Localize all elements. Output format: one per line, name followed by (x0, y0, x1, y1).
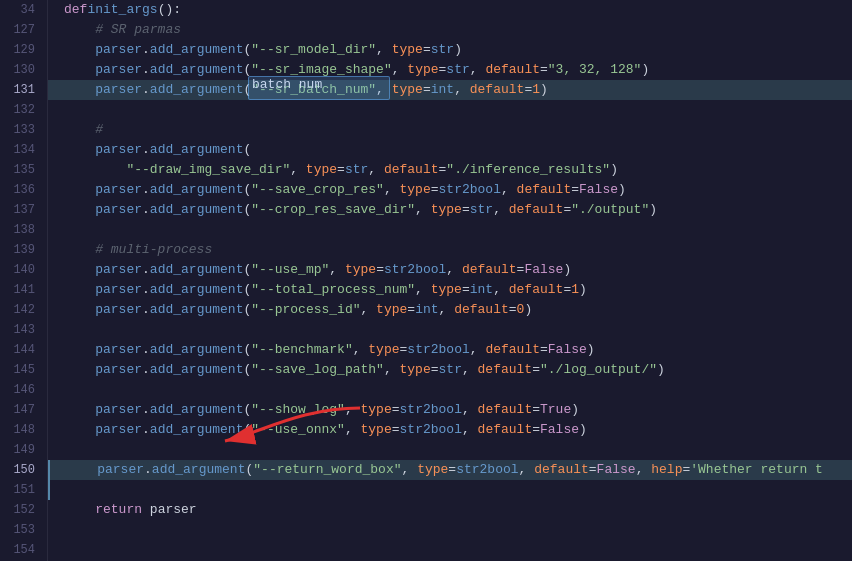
line-num-139: 139 (8, 240, 35, 260)
line-num-129: 129 (8, 40, 35, 60)
comment-mp: # multi-process (64, 240, 212, 260)
code-line-129: parser.add_argument("--sr_model_dir", ty… (48, 40, 852, 60)
code-129: parser.add_argument("--sr_model_dir", ty… (64, 40, 462, 60)
comment-133: # (64, 120, 103, 140)
code-line-153 (48, 520, 852, 540)
code-line-140: parser.add_argument("--use_mp", type=str… (48, 260, 852, 280)
line-numbers: 34 127 129 130 131 132 133 134 135 136 1… (0, 0, 48, 561)
code-150: parser.add_argument("--return_word_box",… (66, 460, 823, 480)
code-line-152: return parser (48, 500, 852, 520)
line-num-141: 141 (8, 280, 35, 300)
code-144: parser.add_argument("--benchmark", type=… (64, 340, 595, 360)
line-num-132: 132 (8, 100, 35, 120)
line-num-138: 138 (8, 220, 35, 240)
line-num-131: 131 (8, 80, 35, 100)
line-num-137: 137 (8, 200, 35, 220)
code-140: parser.add_argument("--use_mp", type=str… (64, 260, 571, 280)
line-num-144: 144 (8, 340, 35, 360)
code-147: parser.add_argument("--show_log", type=s… (64, 400, 579, 420)
code-142: parser.add_argument("--process_id", type… (64, 300, 532, 320)
line-num-127: 127 (8, 20, 35, 40)
code-141: parser.add_argument("--total_process_num… (64, 280, 587, 300)
line-num-136: 136 (8, 180, 35, 200)
code-135: "--draw_img_save_dir", type=str, default… (64, 160, 618, 180)
line-num-151: 151 (8, 480, 35, 500)
code-line-146 (48, 380, 852, 400)
code-line-134: parser.add_argument( (48, 140, 852, 160)
code-145: parser.add_argument("--save_log_path", t… (64, 360, 665, 380)
line-num-146: 146 (8, 380, 35, 400)
line-num-135: 135 (8, 160, 35, 180)
code-editor: 34 127 129 130 131 132 133 134 135 136 1… (0, 0, 852, 561)
code-line-148: parser.add_argument("--use_onnx", type=s… (48, 420, 852, 440)
line-num-148: 148 (8, 420, 35, 440)
code-line-141: parser.add_argument("--total_process_num… (48, 280, 852, 300)
code-148: parser.add_argument("--use_onnx", type=s… (64, 420, 587, 440)
code-line-135: "--draw_img_save_dir", type=str, default… (48, 160, 852, 180)
code-line-145: parser.add_argument("--save_log_path", t… (48, 360, 852, 380)
code-line-34: def init_args(): (48, 0, 852, 20)
code-line-132 (48, 100, 852, 120)
code-line-139: # multi-process (48, 240, 852, 260)
line-num-149: 149 (8, 440, 35, 460)
code-130: parser.add_argument("--sr_image_shape", … (64, 60, 649, 80)
line-num-130: 130 (8, 60, 35, 80)
code-line-127: # SR parmas (48, 20, 852, 40)
line-num-140: 140 (8, 260, 35, 280)
line-num-34: 34 (8, 0, 35, 20)
paren: (): (158, 0, 181, 20)
line-num-134: 134 (8, 140, 35, 160)
code-line-142: parser.add_argument("--process_id", type… (48, 300, 852, 320)
line-num-143: 143 (8, 320, 35, 340)
line-num-145: 145 (8, 360, 35, 380)
code-line-136: parser.add_argument("--save_crop_res", t… (48, 180, 852, 200)
comment-sr: # SR parmas (64, 20, 181, 40)
line-num-133: 133 (8, 120, 35, 140)
line-num-153: 153 (8, 520, 35, 540)
code-line-131: parser.add_argument("--sr_batch_num", ty… (48, 80, 852, 100)
code-152: return parser (64, 500, 197, 520)
line-num-154: 154 (8, 540, 35, 560)
code-line-143 (48, 320, 852, 340)
code-line-151 (48, 480, 852, 500)
code-line-149 (48, 440, 852, 460)
line-num-150: 150 (8, 460, 35, 480)
line-num-147: 147 (8, 400, 35, 420)
code-line-138 (48, 220, 852, 240)
func-init: init_args (87, 0, 157, 20)
code-line-133: # (48, 120, 852, 140)
code-131: parser.add_argument("--sr_batch_num", ty… (64, 80, 548, 100)
line-num-152: 152 (8, 500, 35, 520)
code-137: parser.add_argument("--crop_res_save_dir… (64, 200, 657, 220)
code-line-137: parser.add_argument("--crop_res_save_dir… (48, 200, 852, 220)
line-num-142: 142 (8, 300, 35, 320)
code-136: parser.add_argument("--save_crop_res", t… (64, 180, 626, 200)
code-content: def init_args(): # SR parmas parser.add_… (48, 0, 852, 561)
keyword-def: def (64, 0, 87, 20)
code-line-130: parser.add_argument("--sr_image_shape", … (48, 60, 852, 80)
code-134: parser.add_argument( (64, 140, 251, 160)
code-line-154 (48, 540, 852, 560)
code-line-150: parser.add_argument("--return_word_box",… (48, 460, 852, 480)
code-line-147: parser.add_argument("--show_log", type=s… (48, 400, 852, 420)
code-line-144: parser.add_argument("--benchmark", type=… (48, 340, 852, 360)
